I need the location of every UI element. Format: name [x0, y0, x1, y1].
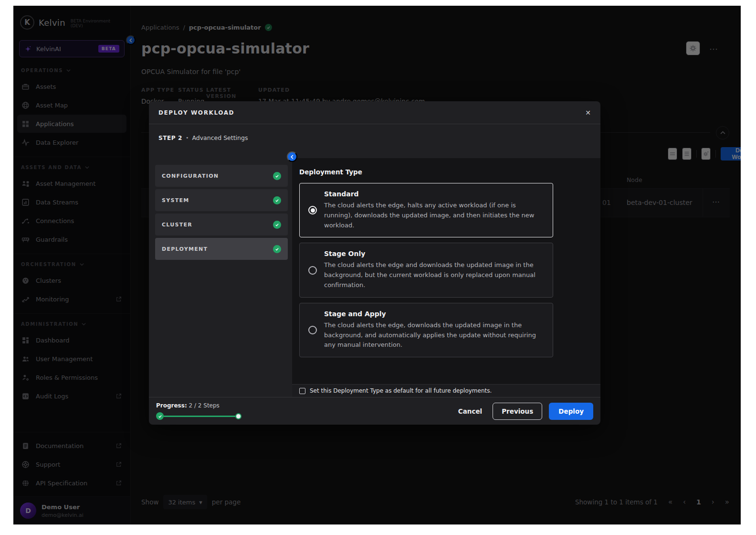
option-description: The cloud alerts the edge, halts any act… [324, 201, 544, 230]
step-number: STEP 2 [158, 135, 182, 141]
step-deployment[interactable]: DEPLOYMENT [155, 238, 288, 260]
step-configuration[interactable]: CONFIGURATION [155, 165, 288, 187]
option-stage-only[interactable]: Stage Only The cloud alerts the edge and… [299, 243, 553, 297]
modal-actions: Cancel Previous Deploy [454, 403, 593, 420]
deployment-type-panel: Deployment Type Standard The cloud alert… [292, 158, 600, 397]
check-icon [273, 221, 281, 229]
bullet-separator: • [186, 135, 189, 141]
default-checkbox-label: Set this Deployment Type as default for … [310, 387, 492, 394]
radio-icon[interactable] [308, 326, 317, 334]
modal-footer: Progress: 2 / 2 Steps Cancel Previous De… [149, 397, 600, 425]
progress-end-dot [235, 413, 242, 419]
progress-bar [156, 412, 256, 420]
option-description: The cloud alerts the edge and downloads … [324, 260, 544, 290]
option-title: Stage Only [324, 250, 544, 257]
radio-selected-icon[interactable] [308, 206, 317, 214]
chevron-left-icon [290, 155, 294, 159]
option-title: Stage and Apply [324, 310, 544, 318]
progress-value: 2 / 2 Steps [189, 402, 220, 409]
progress-start-check-icon [156, 412, 164, 420]
previous-button[interactable]: Previous [493, 403, 542, 420]
check-icon [273, 196, 281, 204]
app-window: K Kelvin BETA Environment (DEV) KelvinAI… [13, 6, 741, 524]
option-description: The cloud alerts the edge, downloads the… [324, 321, 544, 350]
progress-line [164, 416, 235, 417]
progress-block: Progress: 2 / 2 Steps [156, 402, 256, 420]
default-checkbox[interactable] [299, 388, 305, 394]
step-cluster[interactable]: CLUSTER [155, 214, 288, 235]
deploy-workload-modal: DEPLOY WORKLOAD ✕ STEP 2 • Advanced Sett… [149, 101, 600, 425]
modal-title: DEPLOY WORKLOAD [158, 109, 234, 116]
deployment-options: Standard The cloud alerts the edge, halt… [299, 183, 553, 357]
option-stage-and-apply[interactable]: Stage and Apply The cloud alerts the edg… [299, 303, 553, 357]
check-icon [273, 245, 281, 253]
panel-title: Deployment Type [299, 168, 593, 176]
deploy-button[interactable]: Deploy [549, 403, 593, 420]
check-icon [273, 172, 281, 180]
option-standard[interactable]: Standard The cloud alerts the edge, halt… [299, 183, 553, 237]
modal-header: DEPLOY WORKLOAD ✕ [149, 101, 600, 124]
step-system[interactable]: SYSTEM [155, 189, 288, 211]
cancel-button[interactable]: Cancel [454, 407, 486, 415]
close-icon[interactable]: ✕ [585, 109, 591, 117]
radio-icon[interactable] [308, 266, 317, 275]
progress-text: Progress: 2 / 2 Steps [156, 402, 256, 409]
collapse-steps-button[interactable] [287, 151, 297, 162]
step-name: Advanced Settings [192, 134, 248, 141]
page: K Kelvin BETA Environment (DEV) KelvinAI… [0, 0, 756, 535]
set-default-row[interactable]: Set this Deployment Type as default for … [292, 384, 600, 397]
step-indicator: STEP 2 • Advanced Settings [149, 124, 600, 141]
wizard-steps: CONFIGURATION SYSTEM CLUSTER DEPLOYMENT [155, 165, 288, 260]
option-title: Standard [324, 190, 544, 198]
progress-label: Progress: [156, 402, 187, 409]
